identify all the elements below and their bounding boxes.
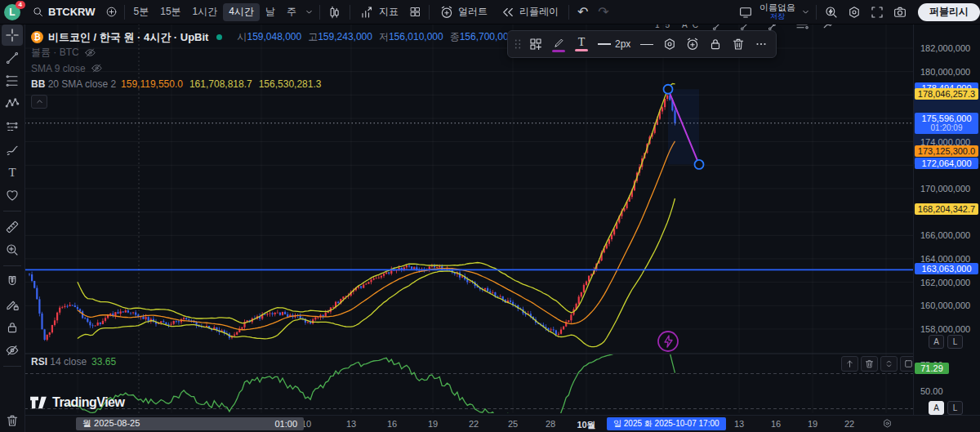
quick-search-button[interactable] <box>820 2 843 22</box>
price-scale[interactable]: 182,000,000180,000,000176,000,000174,000… <box>913 24 980 415</box>
compare-add-button[interactable] <box>102 2 121 22</box>
ohlc-key: 시 <box>237 31 247 42</box>
ohlc-value: 159,048,000 <box>247 31 301 42</box>
user-avatar[interactable]: L 4 <box>4 4 20 20</box>
interval-15분[interactable]: 15분 <box>154 3 186 21</box>
interval-주[interactable]: 주 <box>281 3 302 21</box>
interval-expand-button[interactable] <box>302 2 316 22</box>
chart-settings-button[interactable] <box>843 2 866 22</box>
pane-move-up-button[interactable] <box>841 356 858 372</box>
tool-ruler[interactable] <box>2 216 23 238</box>
crosshair-time: 01:00 <box>274 419 297 429</box>
alert-button[interactable]: 얼러트 <box>433 2 494 22</box>
legend-sma-row[interactable]: SMA 9 close <box>31 60 572 76</box>
log-scale-button[interactable]: L <box>947 335 963 349</box>
rsi-legend[interactable]: RSI 14 close 33.65 <box>31 356 116 367</box>
drawing-alert-button[interactable] <box>681 33 704 56</box>
tool-heart[interactable] <box>2 185 23 206</box>
toolbar-divider <box>429 5 430 20</box>
drag-handle-icon <box>510 37 525 51</box>
tool-eye-off[interactable] <box>2 340 23 361</box>
price-label-orange: 173,125,300.0 <box>915 145 978 157</box>
tool-zoom-in[interactable] <box>2 239 23 261</box>
publish-button[interactable]: 퍼블리시 <box>918 3 980 21</box>
pencil-icon <box>553 37 565 49</box>
ohlc-key: 고 <box>308 31 318 42</box>
time-tick: 13 <box>734 419 744 429</box>
drawing-lock-button[interactable] <box>704 33 727 56</box>
interval-1시간[interactable]: 1시간 <box>187 3 224 21</box>
layout-menu-button[interactable] <box>799 2 813 22</box>
time-axis[interactable]: 9월471013161922252810월13161922월 2025-08-2… <box>24 415 980 432</box>
tool-crosshair[interactable] <box>2 24 23 46</box>
line-thickness-button[interactable]: 2px <box>593 38 635 50</box>
drawing-delete-button[interactable] <box>727 33 750 56</box>
snapshot-button[interactable] <box>889 2 911 22</box>
text-color-button[interactable]: T <box>570 33 593 56</box>
legend-bb-row[interactable]: BB 20 SMA close 2 159,119,550.0161,708,8… <box>31 76 572 91</box>
legend-collapse-button[interactable] <box>31 95 47 109</box>
text-tool-icon: T <box>8 166 16 180</box>
indicator-templates-button[interactable] <box>405 2 425 22</box>
time-tick: 22 <box>844 419 854 429</box>
time-tick: 16 <box>771 419 781 429</box>
time-tick: 13 <box>346 419 356 429</box>
drawing-more-button[interactable] <box>750 33 773 56</box>
tool-xabcd-pattern[interactable] <box>2 93 23 114</box>
replay-button[interactable]: 리플레이 <box>494 2 565 22</box>
eye-off-icon[interactable] <box>84 47 96 59</box>
market-status-dot[interactable] <box>216 34 222 40</box>
price-label-yellow: 168,204,342.7 <box>915 203 978 215</box>
indicators-button[interactable]: 지표 <box>354 2 405 22</box>
tool-magnet[interactable] <box>2 271 23 292</box>
quick-search-icon <box>824 5 839 20</box>
pane-delete-button[interactable] <box>861 356 878 372</box>
current-price: 175,596,000 <box>915 114 978 123</box>
interval-5분[interactable]: 5분 <box>128 3 155 21</box>
toolbar-drag-handle[interactable] <box>511 33 524 56</box>
tool-draw-lock[interactable] <box>2 294 23 315</box>
auto-scale-button[interactable]: A <box>929 401 944 415</box>
eye-off-icon[interactable] <box>91 62 103 74</box>
alarm-plus-icon <box>685 37 700 51</box>
tool-lock[interactable] <box>2 317 23 338</box>
tradingview-logo[interactable]: TradingView <box>29 395 124 410</box>
tradingview-logo-text: TradingView <box>52 395 124 410</box>
tool-trash[interactable] <box>2 410 23 431</box>
line-style-button[interactable] <box>635 33 658 56</box>
btc-coin-icon: ₿ <box>31 31 43 43</box>
log-scale-button[interactable]: L <box>947 401 963 415</box>
layout-button[interactable] <box>735 2 756 22</box>
undo-button[interactable]: ↶ <box>572 2 593 22</box>
interval-날[interactable]: 날 <box>260 3 281 21</box>
interval-4시간[interactable]: 4시간 <box>223 3 260 21</box>
symbol-search-button[interactable]: BTCKRW <box>25 2 102 22</box>
ohlc-key: 저 <box>379 31 389 42</box>
line-thickness-icon <box>598 43 611 45</box>
bb-params: 20 SMA close 2 <box>48 78 116 90</box>
redo-button[interactable]: ↷ <box>593 2 613 22</box>
bb-value: 156,530,281.3 <box>259 78 322 90</box>
tool-brush[interactable] <box>2 139 23 160</box>
time-tick: 10월 <box>577 419 595 431</box>
tool-trend-line[interactable] <box>2 47 23 69</box>
auto-scale-button[interactable]: A <box>929 335 944 349</box>
rsi-pane-controls <box>841 356 917 372</box>
template-button[interactable] <box>524 33 547 56</box>
layout-save-button[interactable]: 이름없음 저장 <box>756 3 799 20</box>
legend-volume-row[interactable]: 볼륨 · BTC <box>31 45 572 60</box>
lock-icon <box>708 37 723 51</box>
fullscreen-button[interactable] <box>866 2 889 22</box>
legend-main-row[interactable]: ₿ 비트코인 / 한국 원 · 4시간 · UpBit 시159,048,000… <box>31 29 572 45</box>
chart-style-button[interactable] <box>323 2 346 22</box>
line-color-button[interactable] <box>547 33 570 56</box>
indicators-icon <box>360 5 375 20</box>
text-color-swatch <box>575 49 588 51</box>
tool-fib-retracement[interactable] <box>2 70 23 91</box>
pane-collapse-button[interactable] <box>880 356 898 372</box>
undo-icon: ↶ <box>577 4 588 20</box>
drawing-settings-button[interactable] <box>658 33 681 56</box>
time-axis-settings-button[interactable] <box>882 418 893 430</box>
tool-forecast[interactable] <box>2 116 23 137</box>
tool-text-tool[interactable]: T <box>2 162 23 183</box>
